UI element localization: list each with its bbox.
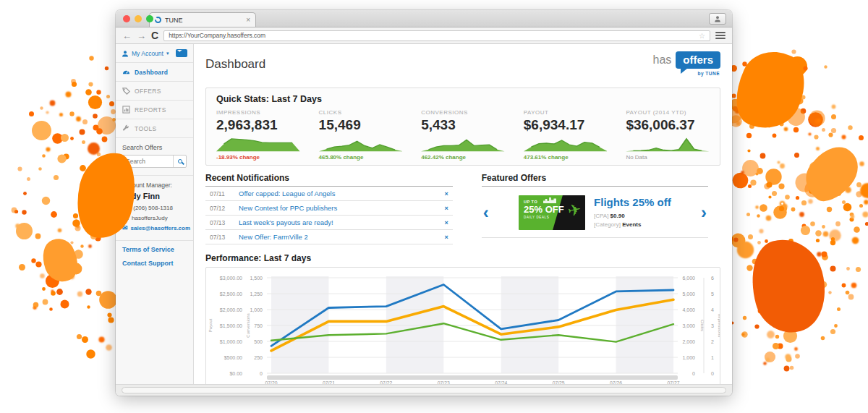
notification-date: 07/13 <box>210 219 239 226</box>
window-zoom-button[interactable] <box>146 15 153 22</box>
sidebar-item-label: REPORTS <box>135 106 166 114</box>
logo-byline: by TUNE <box>697 71 720 76</box>
thumb-daily-text: DAILY DEALS <box>524 216 564 219</box>
axis-tick-label: $1,500.00 <box>220 323 242 328</box>
axis-tick-label: 250 <box>254 355 263 360</box>
notification-link[interactable]: New Offer: FarmVille 2 <box>239 233 444 241</box>
back-icon[interactable]: ← <box>122 31 132 41</box>
notification-close-icon[interactable]: × <box>444 234 448 241</box>
quick-stats-card: Quick Stats: Last 7 Days IMPRESSIONS2,96… <box>205 88 720 166</box>
browser-profile-button[interactable] <box>709 13 726 25</box>
user-icon <box>714 15 721 22</box>
browser-menu-icon[interactable] <box>715 32 726 39</box>
chart-scrollbar[interactable] <box>267 375 678 380</box>
chevron-down-icon: ▾ <box>166 51 169 56</box>
my-account-menu[interactable]: My Account ▾ <box>116 44 193 63</box>
notification-close-icon[interactable]: × <box>444 205 448 212</box>
axis-tick-label: 3,000 <box>682 323 695 328</box>
carousel-next-icon[interactable]: › <box>701 204 707 221</box>
axis-tick-label: 4,000 <box>682 307 695 312</box>
axis-tick-label: $3,000.00 <box>220 276 242 281</box>
recent-notifications-section: Recent Notifications 07/11Offer capped: … <box>205 173 453 244</box>
notification-link[interactable]: Offer capped: League of Angels <box>239 190 444 197</box>
messages-icon[interactable] <box>176 49 187 57</box>
notifications-title: Recent Notifications <box>205 173 453 187</box>
axis-tick-label: 2,000 <box>682 339 695 344</box>
sidebar-item-reports[interactable]: REPORTS <box>116 101 193 119</box>
axis-tick-label: 5,000 <box>682 291 695 297</box>
url-input[interactable]: https://YourCompany.hasoffers.com ☆ <box>163 30 710 41</box>
manager-email[interactable]: sales@hasoffers.com <box>131 225 191 231</box>
stat-change: No Data <box>626 154 710 161</box>
stat-sparkline <box>216 135 300 153</box>
search-offers-label: Search Offers <box>122 144 187 151</box>
tune-favicon-icon <box>155 17 161 23</box>
contact-support-link[interactable]: Contact Support <box>122 260 187 267</box>
series-line-conversions <box>271 323 673 341</box>
stat-sparkline <box>626 135 710 153</box>
reload-icon[interactable]: C <box>151 30 158 41</box>
sidebar-item-offers[interactable]: OFFERS <box>116 82 193 101</box>
sidebar-item-dashboard[interactable]: Dashboard <box>116 63 193 82</box>
x-axis-label: 07/22 <box>380 380 392 384</box>
browser-tab[interactable]: TUNE × <box>149 12 256 27</box>
notification-close-icon[interactable]: × <box>444 219 448 226</box>
notification-row: 07/12New Contest for PPC publishers× <box>205 201 453 216</box>
browser-titlebar: TUNE × <box>116 10 732 27</box>
window-controls <box>123 15 153 22</box>
axis-tick-label: 3 <box>711 323 714 328</box>
user-icon <box>122 50 129 57</box>
cpa-value: $0.90 <box>610 213 625 219</box>
sidebar-item-label: TOOLS <box>135 125 157 132</box>
axis-tick-label: 0 <box>260 371 263 376</box>
tab-title: TUNE <box>165 17 242 24</box>
axis-title: Conversions <box>246 313 250 337</box>
manager-skype: hasoffersJudy <box>132 215 168 221</box>
axis-tick-label: $500.00 <box>224 355 242 360</box>
main-content: Dashboard has offers by TUNE Quick Stats… <box>194 44 732 384</box>
bookmark-star-icon[interactable]: ☆ <box>699 32 705 40</box>
axis-tick-label: $0.00 <box>229 371 242 376</box>
category-value: Events <box>622 221 641 228</box>
performance-chart: $3,000.001,5006,0006$2,500.001,2505,0005… <box>206 269 720 384</box>
x-axis-label: 07/27 <box>667 380 679 384</box>
notification-link[interactable]: New Contest for PPC publishers <box>239 204 444 212</box>
search-button[interactable] <box>173 156 186 167</box>
axis-title: Impressions <box>718 314 720 337</box>
stat-label: IMPRESSIONS <box>216 109 300 116</box>
forward-icon[interactable]: → <box>137 31 146 41</box>
stat-value: $6,934.17 <box>524 117 608 133</box>
axis-title: Payout <box>208 318 213 332</box>
quick-stats-title: Quick Stats: Last 7 Days <box>216 94 710 104</box>
axis-tick-label: 1 <box>711 355 714 360</box>
stat-value: 2,963,831 <box>216 117 300 133</box>
paint-splatter-right <box>781 203 783 205</box>
x-axis-label: 07/20 <box>265 380 277 384</box>
axis-tick-label: 6 <box>711 276 714 281</box>
sidebar-item-tools[interactable]: TOOLS <box>116 119 193 138</box>
axis-tick-label: 500 <box>254 339 263 344</box>
cpa-label: [CPA] <box>594 213 608 219</box>
quick-stat: PAYOUT$6,934.17473.61% change <box>524 109 608 161</box>
axis-tick-label: 4 <box>711 307 714 312</box>
gauge-icon <box>122 68 130 76</box>
x-axis-label: 07/23 <box>438 380 450 384</box>
axis-tick-label: 1,000 <box>250 307 263 312</box>
notification-link[interactable]: Last week's payouts are ready! <box>239 218 444 226</box>
quick-stat: IMPRESSIONS2,963,831-18.93% change <box>216 109 300 161</box>
sidebar-item-label: Dashboard <box>135 69 168 76</box>
horizontal-scrollbar-track[interactable] <box>122 387 726 393</box>
terms-of-service-link[interactable]: Terms of Service <box>122 246 187 253</box>
featured-offer-link[interactable]: Flights 25% off <box>594 196 671 208</box>
notification-close-icon[interactable]: × <box>444 190 448 197</box>
logo-has-text: has <box>653 54 672 67</box>
offer-thumbnail[interactable]: ✈ UP TO 25% OFF DAILY DEALS <box>519 195 585 230</box>
stat-sparkline <box>421 135 505 153</box>
window-minimize-button[interactable] <box>135 15 142 22</box>
tab-close-icon[interactable]: × <box>246 16 250 24</box>
featured-offers-title: Featured Offers <box>482 173 708 187</box>
carousel-prev-icon[interactable]: ‹ <box>483 204 489 221</box>
browser-urlbar: ← → C https://YourCompany.hasoffers.com … <box>116 27 732 44</box>
hasoffers-logo: has offers by TUNE <box>653 51 720 69</box>
window-close-button[interactable] <box>123 15 130 22</box>
